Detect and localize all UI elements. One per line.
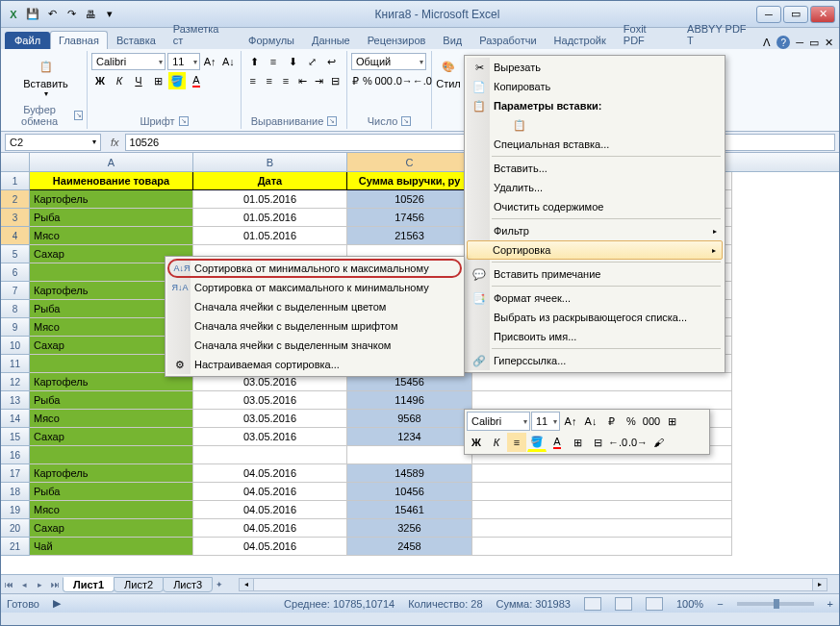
cell[interactable]: 2458 [347, 538, 472, 556]
sort-custom[interactable]: ⚙Настраиваемая сортировка... [167, 355, 462, 374]
align-top-icon[interactable]: ⬆ [245, 53, 263, 70]
font-launcher[interactable]: ↘ [179, 116, 189, 126]
borders-button[interactable]: ⊞ [149, 72, 166, 89]
row-header[interactable]: 16 [1, 446, 30, 464]
cell[interactable]: 3256 [347, 519, 472, 538]
cell[interactable]: 10526 [347, 190, 472, 209]
row-header[interactable]: 17 [1, 464, 30, 483]
currency-icon[interactable]: ₽ [351, 72, 360, 89]
cell[interactable] [472, 391, 732, 410]
header-cell[interactable]: Дата [193, 172, 347, 190]
styles-button[interactable]: 🎨 Стил [436, 53, 461, 91]
sort-by-font-color[interactable]: Сначала ячейки с выделенным шрифтом [167, 316, 462, 336]
row-header[interactable]: 12 [1, 373, 30, 391]
tab-foxit[interactable]: Foxit PDF [615, 19, 678, 49]
row-header[interactable]: 18 [1, 483, 30, 501]
select-all-corner[interactable] [1, 153, 30, 171]
tab-page-layout[interactable]: Разметка ст [165, 19, 240, 49]
align-center-icon[interactable]: ≡ [262, 72, 276, 89]
cell[interactable]: 10456 [347, 483, 472, 501]
italic-button[interactable]: К [111, 72, 128, 89]
comma-icon[interactable]: 000 [375, 72, 393, 89]
percent-icon[interactable]: % [362, 72, 373, 89]
row-header[interactable]: 7 [1, 282, 30, 300]
tab-view[interactable]: Вид [434, 31, 471, 49]
mini-italic-icon[interactable]: К [487, 433, 506, 452]
mini-borders-icon[interactable]: ⊞ [568, 433, 587, 452]
cell[interactable]: Сахар [30, 428, 193, 446]
ctx-clear[interactable]: Очистить содержимое [467, 197, 723, 216]
sort-ascending[interactable]: A↓ЯСортировка от минимального к максимал… [167, 259, 462, 278]
ctx-filter[interactable]: Фильтр▸ [467, 221, 723, 240]
view-normal-icon[interactable] [584, 597, 601, 611]
zoom-in-icon[interactable]: + [827, 598, 833, 610]
cell[interactable] [347, 446, 472, 464]
cell[interactable]: 11496 [347, 391, 472, 410]
ctx-pick-from-list[interactable]: Выбрать из раскрывающегося списка... [467, 308, 723, 327]
mini-comma-icon[interactable]: 000 [642, 412, 661, 431]
fx-icon[interactable]: fx [105, 137, 125, 148]
cell[interactable]: Рыба [30, 483, 193, 501]
cell[interactable]: 9568 [347, 410, 472, 428]
sheet-tab-3[interactable]: Лист3 [163, 577, 213, 592]
tab-abbyy[interactable]: ABBYY PDF T [678, 19, 763, 49]
excel-icon[interactable]: X [5, 6, 22, 23]
underline-button[interactable]: Ч [130, 72, 147, 89]
row-header[interactable]: 4 [1, 227, 30, 245]
cell[interactable]: Рыба [30, 391, 193, 410]
help-icon[interactable]: ? [776, 36, 790, 49]
wrap-text-icon[interactable]: ↩ [322, 53, 340, 70]
ctx-insert-comment[interactable]: 💬Вставить примечание [467, 264, 723, 284]
row-header[interactable]: 1 [1, 172, 30, 190]
tab-data[interactable]: Данные [303, 31, 359, 49]
redo-icon[interactable]: ↷ [63, 6, 80, 23]
ctx-insert[interactable]: Вставить... [467, 159, 723, 178]
cell[interactable]: 04.05.2016 [193, 538, 347, 556]
row-header[interactable]: 2 [1, 190, 30, 209]
row-header[interactable]: 21 [1, 538, 30, 556]
col-header-a[interactable]: A [30, 153, 193, 171]
cell[interactable]: 1234 [347, 428, 472, 446]
row-header[interactable]: 20 [1, 519, 30, 538]
cell[interactable]: 15461 [347, 501, 472, 519]
sheet-nav-next[interactable]: ▸ [32, 577, 47, 592]
row-header[interactable]: 3 [1, 209, 30, 227]
grow-font-icon[interactable]: A↑ [202, 53, 218, 70]
ctx-sort[interactable]: Сортировка▸ [467, 240, 723, 260]
cell[interactable] [472, 519, 732, 538]
cell[interactable]: Картофель [30, 190, 193, 209]
maximize-button[interactable]: ▭ [783, 6, 808, 23]
mini-format-icon[interactable]: ⊞ [662, 412, 681, 431]
sheet-tab-2[interactable]: Лист2 [114, 577, 164, 592]
cell[interactable]: Мясо [30, 501, 193, 519]
cell[interactable]: 14589 [347, 464, 472, 483]
header-cell[interactable]: Сумма выручки, ру [347, 172, 472, 190]
mini-merge-icon[interactable]: ⊟ [588, 433, 607, 452]
sheet-tab-1[interactable]: Лист1 [63, 577, 115, 592]
doc-minimize-icon[interactable]: ─ [796, 37, 803, 48]
align-bottom-icon[interactable]: ⬇ [284, 53, 301, 70]
col-header-c[interactable]: C [347, 153, 472, 171]
align-middle-icon[interactable]: ≡ [265, 53, 282, 70]
row-header[interactable]: 8 [1, 300, 30, 318]
cell[interactable] [30, 446, 193, 464]
sheet-nav-first[interactable]: ⏮ [1, 577, 16, 592]
minimize-ribbon-icon[interactable]: ᐱ [763, 37, 771, 49]
cell[interactable] [472, 464, 732, 483]
font-color-button[interactable]: A [188, 72, 205, 89]
sort-by-icon[interactable]: Сначала ячейки с выделенным значком [167, 336, 462, 355]
mini-inc-decimal-icon[interactable]: .0→ [628, 433, 648, 452]
cell[interactable]: 03.05.2016 [193, 428, 347, 446]
fill-color-button[interactable]: 🪣 [168, 72, 186, 89]
cell[interactable]: Сахар [30, 519, 193, 538]
print-preview-icon[interactable]: 🖶 [82, 6, 99, 23]
ctx-define-name[interactable]: Присвоить имя... [467, 327, 723, 346]
cell[interactable]: Чай [30, 538, 193, 556]
sheet-nav-last[interactable]: ⏭ [47, 577, 63, 592]
cell[interactable]: 01.05.2016 [193, 190, 347, 209]
cell[interactable]: 17456 [347, 209, 472, 227]
mini-percent-icon[interactable]: % [622, 412, 641, 431]
font-name-combo[interactable]: Calibri [91, 53, 165, 70]
mini-font-color-icon[interactable]: A [547, 433, 567, 452]
doc-close-icon[interactable]: ✕ [825, 37, 833, 49]
